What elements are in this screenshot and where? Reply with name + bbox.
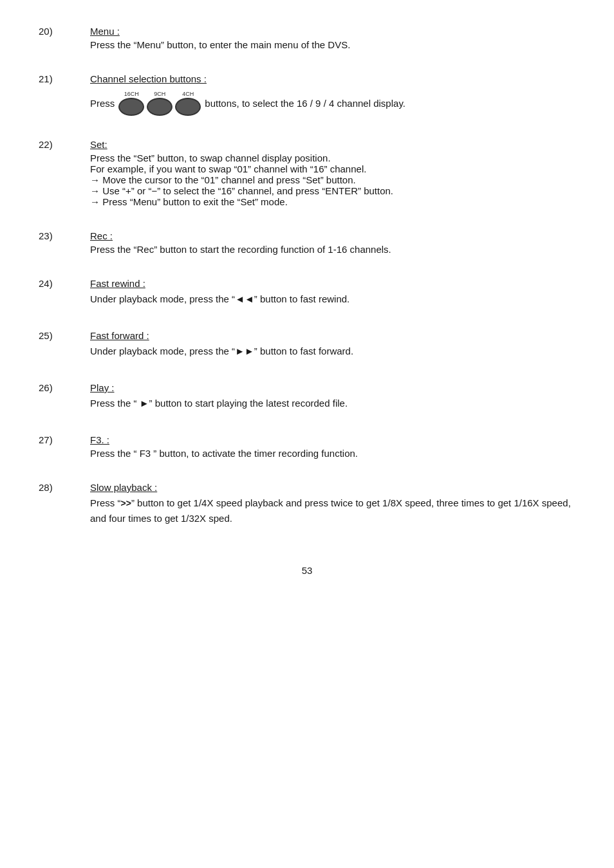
body-line: Press the “Set” button, to swap channel … xyxy=(90,152,575,163)
body-line: Press the “Menu” button, to enter the ma… xyxy=(90,39,575,50)
slow-symbol: >> xyxy=(121,498,131,508)
body-line: → Use “+” or “−” to select the “16” chan… xyxy=(90,185,575,196)
section-number: 26) xyxy=(39,382,90,411)
section-title: Fast rewind : xyxy=(90,278,145,289)
section-content: Slow playback :Press “>>” button to get … xyxy=(90,482,575,526)
section-number: 28) xyxy=(39,482,90,526)
section: 24)Fast rewind :Under playback mode, pre… xyxy=(39,278,575,307)
page-number: 53 xyxy=(302,565,313,576)
channel-button-oval[interactable] xyxy=(175,98,201,116)
section-content: Set:Press the “Set” button, to swap chan… xyxy=(90,139,575,207)
section-title: Rec : xyxy=(90,230,113,241)
section-content: Play :Press the “ ►” button to start pla… xyxy=(90,382,575,411)
section-title: F3. : xyxy=(90,434,109,445)
channel-button-group: 16CH9CH4CH xyxy=(118,91,201,116)
channel-button[interactable]: 16CH xyxy=(118,91,144,116)
press-label: Press xyxy=(90,98,115,109)
section-body: Press “>>” button to get 1/4X speed play… xyxy=(90,495,575,526)
section-title: Menu : xyxy=(90,26,120,37)
body-line: → Press “Menu” button to exit the “Set” … xyxy=(90,196,575,207)
body-line: For example, if you want to swap “01” ch… xyxy=(90,163,575,174)
section-number: 21) xyxy=(39,73,90,116)
section: 28)Slow playback :Press “>>” button to g… xyxy=(39,482,575,526)
section: 25)Fast forward :Under playback mode, pr… xyxy=(39,330,575,359)
channel-button[interactable]: 9CH xyxy=(147,91,172,116)
section-number: 27) xyxy=(39,434,90,459)
channel-button-label: 9CH xyxy=(154,91,165,97)
section: 27)F3. :Press the “ F3 ” button, to acti… xyxy=(39,434,575,459)
section-content: Menu :Press the “Menu” button, to enter … xyxy=(90,26,575,50)
channel-button-oval[interactable] xyxy=(118,98,144,116)
section-body: Press the “ ►” button to start playing t… xyxy=(90,396,575,411)
section-number: 25) xyxy=(39,330,90,359)
section-number: 23) xyxy=(39,230,90,255)
section-number: 20) xyxy=(39,26,90,50)
channel-button-oval[interactable] xyxy=(147,98,172,116)
section-title: Fast forward : xyxy=(90,330,149,341)
section-title: Play : xyxy=(90,382,115,393)
symbol: ►► xyxy=(235,346,254,356)
section: 20)Menu :Press the “Menu” button, to ent… xyxy=(39,26,575,50)
body-line: Press the “ F3 ” button, to activate the… xyxy=(90,448,575,459)
body-line: → Move the cursor to the “01” channel an… xyxy=(90,174,575,185)
section: 26)Play :Press the “ ►” button to start … xyxy=(39,382,575,411)
section: 23)Rec :Press the “Rec” button to start … xyxy=(39,230,575,255)
channel-row: Press16CH9CH4CH buttons, to select the 1… xyxy=(90,91,575,116)
section-content: Fast rewind :Under playback mode, press … xyxy=(90,278,575,307)
channel-after-text: buttons, to select the 16 / 9 / 4 channe… xyxy=(205,98,405,109)
section-content: Channel selection buttons :Press16CH9CH4… xyxy=(90,73,575,116)
channel-button[interactable]: 4CH xyxy=(175,91,201,116)
section: 21)Channel selection buttons :Press16CH9… xyxy=(39,73,575,116)
section-content: Fast forward :Under playback mode, press… xyxy=(90,330,575,359)
section: 22)Set:Press the “Set” button, to swap c… xyxy=(39,139,575,207)
symbol: ► xyxy=(140,398,149,409)
section-content: Rec :Press the “Rec” button to start the… xyxy=(90,230,575,255)
section-title: Set: xyxy=(90,139,107,150)
section-content: F3. :Press the “ F3 ” button, to activat… xyxy=(90,434,575,459)
section-title: Slow playback : xyxy=(90,482,157,493)
channel-button-label: 16CH xyxy=(124,91,139,97)
symbol: ◄◄ xyxy=(235,293,254,304)
body-line: Press the “Rec” button to start the reco… xyxy=(90,244,575,255)
section-number: 22) xyxy=(39,139,90,207)
section-number: 24) xyxy=(39,278,90,307)
section-body: Under playback mode, press the “►►” butt… xyxy=(90,344,575,359)
section-title: Channel selection buttons : xyxy=(90,73,207,84)
section-body: Under playback mode, press the “◄◄” butt… xyxy=(90,291,575,307)
channel-button-label: 4CH xyxy=(182,91,194,97)
